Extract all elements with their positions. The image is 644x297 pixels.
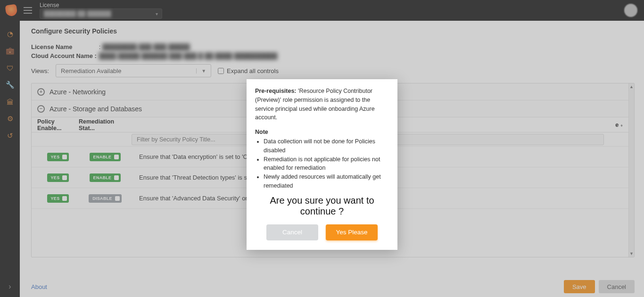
modal-note-label: Note bbox=[255, 129, 389, 135]
modal-note-item: Newly added resources will automatically… bbox=[264, 173, 389, 190]
confirm-modal: Pre-requisites: 'Resource Policy Contrib… bbox=[247, 79, 397, 250]
modal-yes-button[interactable]: Yes Please bbox=[326, 224, 378, 240]
modal-note-list: Data collection will not be done for Pol… bbox=[255, 137, 389, 190]
modal-cancel-button[interactable]: Cancel bbox=[266, 224, 318, 240]
modal-actions: Cancel Yes Please bbox=[255, 224, 389, 240]
modal-note-item: Data collection will not be done for Pol… bbox=[264, 137, 389, 155]
modal-confirm-text: Are you sure you want to continue ? bbox=[255, 195, 389, 217]
modal-note-item: Remediation is not applicable for polici… bbox=[264, 155, 389, 173]
prereq-label: Pre-requisites: bbox=[255, 88, 297, 94]
modal-prereq: Pre-requisites: 'Resource Policy Contrib… bbox=[255, 87, 389, 122]
